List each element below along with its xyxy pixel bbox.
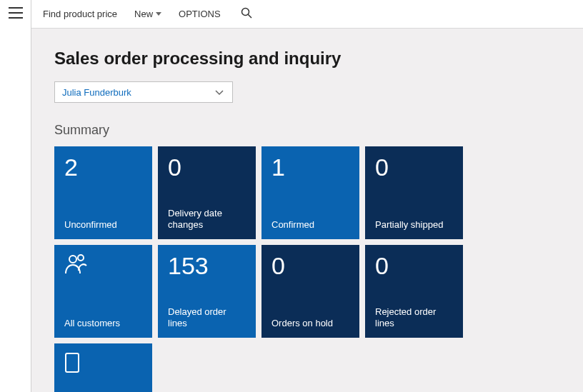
customers-icon [64, 253, 142, 279]
tile-unconfirmed[interactable]: 2 Unconfirmed [54, 146, 152, 239]
page-title: Sales order processing and inquiry [54, 49, 560, 69]
options-button[interactable]: OPTIONS [179, 9, 221, 19]
tile-label: Confirmed [271, 219, 349, 231]
options-label: OPTIONS [179, 9, 221, 19]
tile-label: Delivery date changes [168, 208, 246, 231]
svg-point-3 [78, 255, 84, 261]
tile-orders-on-hold[interactable]: 0 Orders on hold [261, 245, 359, 338]
tile-partially-shipped[interactable]: 0 Partially shipped [365, 146, 463, 239]
chevron-down-icon [214, 86, 225, 98]
tile-rejected-order-lines[interactable]: 0 Rejected order lines [365, 245, 463, 338]
tile-value: 0 [168, 155, 246, 179]
nav-rail [0, 0, 31, 392]
tile-confirmed[interactable]: 1 Confirmed [261, 146, 359, 239]
tile-label: Orders on hold [271, 318, 349, 329]
hamburger-icon[interactable] [9, 7, 23, 19]
find-product-price-label: Find product price [43, 9, 117, 19]
tile-delivery-date-changes[interactable]: 0 Delivery date changes [158, 146, 256, 239]
summary-heading: Summary [54, 123, 560, 138]
svg-rect-4 [66, 353, 79, 372]
new-button[interactable]: New [134, 9, 161, 19]
search-button[interactable] [238, 4, 255, 24]
find-product-price-button[interactable]: Find product price [43, 9, 117, 19]
content-area: Sales order processing and inquiry Julia… [31, 29, 583, 392]
tile-all-customers[interactable]: All customers [54, 245, 152, 338]
main-area: Find product price New OPTIONS Sales ord… [31, 0, 583, 392]
tile-value: 0 [375, 155, 453, 179]
svg-point-0 [241, 9, 249, 16]
new-label: New [134, 9, 153, 19]
summary-tiles: 2 Unconfirmed 0 Delivery date changes 1 … [54, 146, 560, 392]
tile-label: Delayed order lines [168, 306, 246, 330]
tile-delayed-order-lines[interactable]: 153 Delayed order lines [158, 245, 256, 338]
search-icon [241, 7, 252, 19]
tile-label: All customers [64, 318, 142, 329]
tile-value: 0 [375, 253, 453, 278]
tile-value: 2 [64, 155, 142, 179]
svg-point-2 [69, 256, 76, 263]
chevron-down-icon [156, 12, 161, 16]
tile-label: Partially shipped [375, 219, 453, 231]
svg-line-1 [248, 14, 251, 18]
tile-label: Unconfirmed [64, 219, 142, 231]
user-select[interactable]: Julia Funderburk [54, 81, 233, 103]
tile-value: 153 [168, 253, 246, 278]
user-select-value: Julia Funderburk [62, 87, 131, 98]
document-icon [64, 352, 142, 378]
tile-label: Rejected order lines [375, 306, 453, 330]
tile-all-sales-orders[interactable]: All sales orders [54, 343, 152, 392]
tile-value: 0 [271, 253, 349, 278]
command-bar: Find product price New OPTIONS [31, 0, 583, 29]
tile-value: 1 [271, 155, 349, 179]
